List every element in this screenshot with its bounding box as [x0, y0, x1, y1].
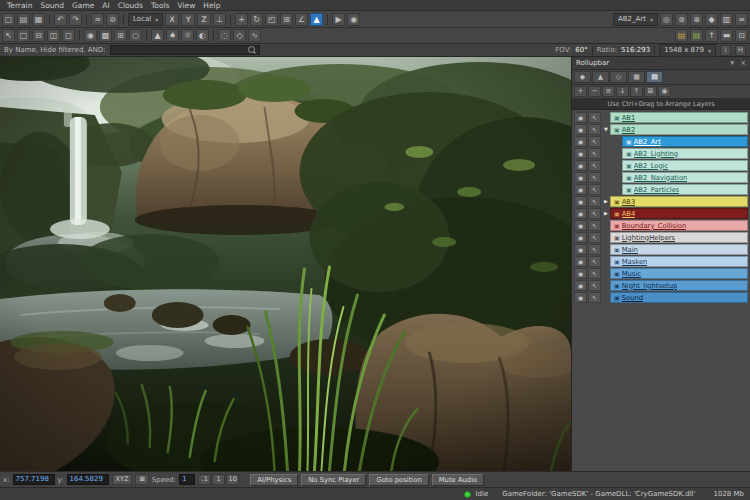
layer-name[interactable]: ▣AB2_Art	[622, 136, 748, 147]
import-layer-icon[interactable]: ↓	[616, 86, 629, 97]
simulate-physics-icon[interactable]: ▶	[332, 13, 345, 26]
layer-name[interactable]: ▣AB1	[610, 112, 748, 123]
grid-toggle-icon[interactable]: ⊞	[114, 29, 127, 42]
mute-audio-button[interactable]: Mute Audio	[432, 474, 485, 486]
layer-row-lightinghelpers[interactable]: ◉↖▣LightingHelpers	[574, 232, 748, 243]
viewport-info-button[interactable]: i	[720, 45, 731, 56]
tab-terrain[interactable]: ▲	[592, 71, 609, 83]
selectable-cursor-icon[interactable]: ↖	[588, 232, 601, 243]
goto-selection-icon[interactable]: ◎	[660, 13, 673, 26]
hide-selection-icon[interactable]: ⊗	[690, 13, 703, 26]
visibility-eye-icon[interactable]: ◉	[574, 196, 587, 207]
tab-layers[interactable]: ▤	[646, 71, 663, 83]
layer-row-music[interactable]: ◉↖▣Music	[574, 268, 748, 279]
layer-name[interactable]: ▣AB4	[610, 208, 748, 219]
menu-terrain[interactable]: Terrain	[3, 1, 36, 10]
layer-row-masken[interactable]: ◉↖▣Masken	[574, 256, 748, 267]
rename-layer-icon[interactable]: ≡	[602, 86, 615, 97]
scale-tool-icon[interactable]: ◰	[265, 13, 278, 26]
menu-help[interactable]: Help	[199, 1, 224, 10]
terrain-tool-icon[interactable]: ▲	[151, 29, 164, 42]
visibility-eye-icon[interactable]: ◉	[574, 112, 587, 123]
layer-row-ab2_logic[interactable]: ◉↖▣AB2_Logic	[574, 160, 748, 171]
perspective-viewport[interactable]	[0, 57, 572, 471]
coord-system-dropdown[interactable]: Local▾	[128, 13, 163, 26]
hide-objects-icon[interactable]: ◫	[47, 29, 60, 42]
layer-row-boundary_collision[interactable]: ◉↖▣Boundary_Collision	[574, 220, 748, 231]
select-all-icon[interactable]: □	[17, 29, 30, 42]
unhide-all-icon[interactable]: ◻	[62, 29, 75, 42]
speed-value[interactable]: 1	[179, 474, 195, 485]
tab-modelling[interactable]: ◇	[610, 71, 627, 83]
selectable-cursor-icon[interactable]: ↖	[588, 124, 601, 135]
selectable-cursor-icon[interactable]: ↖	[588, 148, 601, 159]
visibility-eye-icon[interactable]: ◉	[574, 160, 587, 171]
layer-name[interactable]: ▣Boundary_Collision	[610, 220, 748, 231]
selectable-cursor-icon[interactable]: ↖	[588, 268, 601, 279]
coord-y-value[interactable]: 164.5829	[67, 474, 109, 485]
save-level-icon[interactable]: ▦	[32, 13, 45, 26]
layer-row-night_lightsetup[interactable]: ◉↖▣Night_lightsetup	[574, 280, 748, 291]
ai-debug-icon[interactable]: ◌	[218, 29, 231, 42]
layer-name[interactable]: ▣Masken	[610, 256, 748, 267]
axis-terrain-icon[interactable]: ⊥	[213, 13, 226, 26]
pointer-select-icon[interactable]: ↖	[2, 29, 15, 42]
expander-icon[interactable]: ▶	[602, 208, 610, 219]
ratio-value[interactable]: 516:293	[621, 46, 650, 54]
vegetation-tool-icon[interactable]: ♠	[166, 29, 179, 42]
visibility-all-icon[interactable]: ◉	[658, 86, 671, 97]
visibility-eye-icon[interactable]: ◉	[574, 244, 587, 255]
selectable-cursor-icon[interactable]: ↖	[588, 184, 601, 195]
camera-icon[interactable]: ◉	[347, 13, 360, 26]
viewport-help-button[interactable]: H	[735, 45, 746, 56]
layer-row-ab3[interactable]: ◉↖▶▣AB3	[574, 196, 748, 207]
snap-grid-icon[interactable]: ⊞	[280, 13, 293, 26]
layer-name[interactable]: ▣Main	[610, 244, 748, 255]
layer-row-ab2_lighting[interactable]: ◉↖▣AB2_Lighting	[574, 148, 748, 159]
redo-icon[interactable]: ↷	[69, 13, 82, 26]
wireframe-toggle-icon[interactable]: ▩	[99, 29, 112, 42]
snap-angle-icon[interactable]: ∠	[295, 13, 308, 26]
menu-tools[interactable]: Tools	[147, 1, 173, 10]
console-toggle-icon[interactable]: ▬	[720, 29, 733, 42]
goto-position-button[interactable]: Goto position	[369, 474, 428, 486]
move-tool-icon[interactable]: +	[235, 13, 248, 26]
layer-name[interactable]: ▣AB2_Particles	[622, 184, 748, 195]
visibility-eye-icon[interactable]: ◉	[574, 148, 587, 159]
layer-name[interactable]: ▣AB2_Lighting	[622, 148, 748, 159]
selectable-cursor-icon[interactable]: ↖	[588, 136, 601, 147]
menu-sound[interactable]: Sound	[36, 1, 68, 10]
search-icon[interactable]	[248, 46, 256, 54]
lock-axis-icon[interactable]: ⊠	[135, 474, 148, 485]
selectable-cursor-icon[interactable]: ↖	[588, 256, 601, 267]
visibility-eye-icon[interactable]: ◉	[574, 232, 587, 243]
layer-row-ab1[interactable]: ◉↖▣AB1	[574, 112, 748, 123]
layer-name[interactable]: ▣AB3	[610, 196, 748, 207]
deselect-all-icon[interactable]: ⊟	[32, 29, 45, 42]
flowgraph-icon[interactable]: ◇	[233, 29, 246, 42]
coord-x-value[interactable]: 757.7198	[13, 474, 55, 485]
material-editor-icon[interactable]: ◆	[705, 13, 718, 26]
selectable-cursor-icon[interactable]: ↖	[588, 280, 601, 291]
selectable-cursor-icon[interactable]: ↖	[588, 196, 601, 207]
visibility-eye-icon[interactable]: ◉	[574, 208, 587, 219]
selectable-cursor-icon[interactable]: ↖	[588, 244, 601, 255]
layer-name[interactable]: ▣AB2_Navigation	[622, 172, 748, 183]
trackview-icon[interactable]: ∿	[248, 29, 261, 42]
visibility-eye-icon[interactable]: ◉	[574, 268, 587, 279]
time-of-day-icon[interactable]: ◐	[196, 29, 209, 42]
tab-objects[interactable]: ◆	[574, 71, 591, 83]
rotate-tool-icon[interactable]: ↻	[250, 13, 263, 26]
visibility-eye-icon[interactable]: ◉	[574, 280, 587, 291]
current-layer-dropdown[interactable]: AB2_Art▾	[613, 13, 658, 26]
sun-settings-icon[interactable]: ☼	[181, 29, 194, 42]
selectable-cursor-icon[interactable]: ↖	[588, 112, 601, 123]
fov-value[interactable]: 60°	[575, 46, 587, 54]
follow-terrain-icon[interactable]: ▲	[310, 13, 323, 26]
layer-name[interactable]: ▣Sound	[610, 292, 748, 303]
layer-row-sound[interactable]: ◉↖▣Sound	[574, 292, 748, 303]
layer-name[interactable]: ▣Music	[610, 268, 748, 279]
layer-name[interactable]: ▣LightingHelpers	[610, 232, 748, 243]
selectable-cursor-icon[interactable]: ↖	[588, 160, 601, 171]
object-search-box[interactable]	[110, 45, 260, 55]
